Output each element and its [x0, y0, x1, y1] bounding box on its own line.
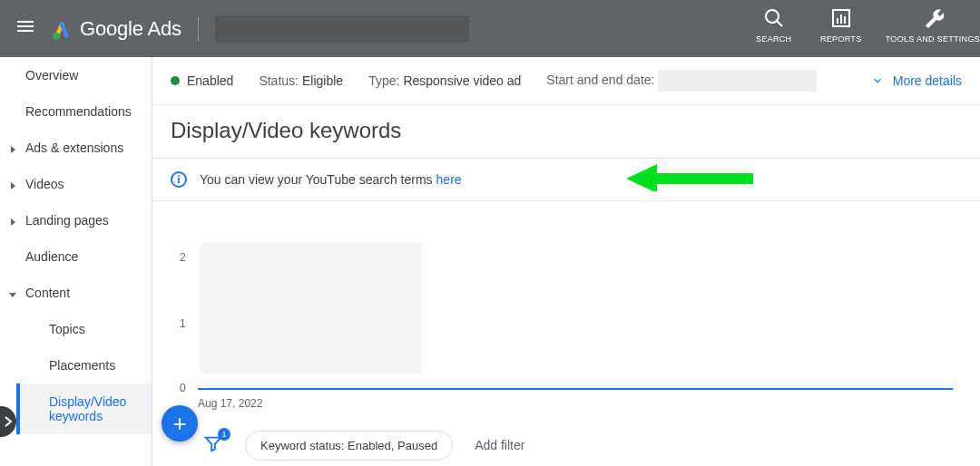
sidebar-item-videos[interactable]: Videos — [0, 166, 152, 202]
svg-point-0 — [53, 33, 60, 40]
tools-icon — [922, 7, 944, 29]
sidebar-item-content[interactable]: Content — [0, 275, 152, 311]
sidebar-item-audience[interactable]: Audience — [0, 238, 152, 275]
svg-rect-4 — [837, 18, 838, 24]
add-keyword-fab[interactable]: + — [162, 405, 198, 442]
filter-chip-keyword-status[interactable]: Keyword status: Enabled, Paused — [245, 431, 453, 461]
header-divider — [198, 16, 199, 42]
notice-text: You can view your YouTube search terms — [200, 172, 433, 187]
status-infobar: Enabled Status:Eligible Type:Responsive … — [152, 57, 980, 105]
svg-rect-7 — [653, 173, 753, 184]
chart-baseline — [198, 388, 953, 390]
filter-count-badge: 1 — [218, 428, 230, 441]
page-title: Display/Video keywords — [152, 105, 980, 159]
date-range-field[interactable]: Start and end date: — [546, 70, 817, 92]
y-tick-1: 1 — [180, 317, 186, 330]
app-header: Google Ads SEARCH REPORTS TOOLS AND SETT… — [0, 0, 980, 57]
youtube-search-terms-notice: i You can view your YouTube search terms… — [152, 159, 980, 201]
add-filter-button[interactable]: Add filter — [475, 438, 524, 452]
tools-settings-button[interactable]: TOOLS AND SETTINGS — [886, 5, 980, 44]
brand-text: Google Ads — [80, 17, 181, 41]
svg-line-2 — [777, 21, 782, 26]
sidebar-item-landing-pages[interactable]: Landing pages — [0, 202, 152, 238]
sidebar-sub-topics[interactable]: Topics — [18, 311, 152, 347]
chevron-right-icon — [4, 416, 13, 427]
more-details-toggle[interactable]: More details — [871, 73, 962, 88]
hamburger-menu-icon[interactable] — [15, 18, 36, 40]
main-content: Enabled Status:Eligible Type:Responsive … — [152, 57, 980, 466]
svg-rect-6 — [844, 16, 846, 24]
campaign-status[interactable]: Enabled — [171, 73, 233, 88]
sidebar-item-overview[interactable]: Overview — [0, 57, 152, 93]
account-selector-redacted[interactable] — [215, 15, 469, 43]
chevron-down-icon — [871, 74, 884, 87]
left-nav: Overview Recommendations Ads & extension… — [0, 57, 152, 466]
sidebar-sub-display-video-keywords[interactable]: Display/Video keywords — [16, 383, 152, 434]
sidebar-item-ads-extensions[interactable]: Ads & extensions — [0, 130, 152, 166]
y-tick-2: 2 — [180, 251, 186, 264]
x-start-label: Aug 17, 2022 — [198, 397, 262, 410]
reports-icon — [830, 7, 852, 29]
svg-point-1 — [766, 10, 779, 23]
sidebar-item-recommendations[interactable]: Recommendations — [0, 93, 152, 130]
eligibility-status: Status:Eligible — [259, 73, 343, 88]
search-icon — [763, 7, 785, 29]
performance-chart: 2 1 0 Aug 17, 2022 1 Keyword status: Ena… — [152, 201, 980, 466]
svg-rect-5 — [840, 15, 842, 24]
reports-button[interactable]: REPORTS — [818, 5, 864, 44]
y-tick-0: 0 — [180, 382, 186, 394]
search-button[interactable]: SEARCH — [751, 5, 797, 44]
svg-marker-8 — [626, 164, 657, 191]
annotation-arrow-icon — [626, 164, 753, 191]
info-icon: i — [171, 171, 187, 188]
youtube-search-terms-link[interactable]: here — [436, 172, 462, 187]
filter-toolbar: 1 Keyword status: Enabled, Paused Add fi… — [152, 424, 980, 466]
filter-button[interactable]: 1 — [203, 433, 223, 457]
sidebar-sub-placements[interactable]: Placements — [18, 347, 152, 383]
brand-logo[interactable]: Google Ads — [51, 17, 181, 41]
enabled-dot-icon — [171, 76, 180, 85]
google-ads-icon — [51, 18, 73, 40]
ad-type: Type:Responsive video ad — [368, 73, 521, 88]
